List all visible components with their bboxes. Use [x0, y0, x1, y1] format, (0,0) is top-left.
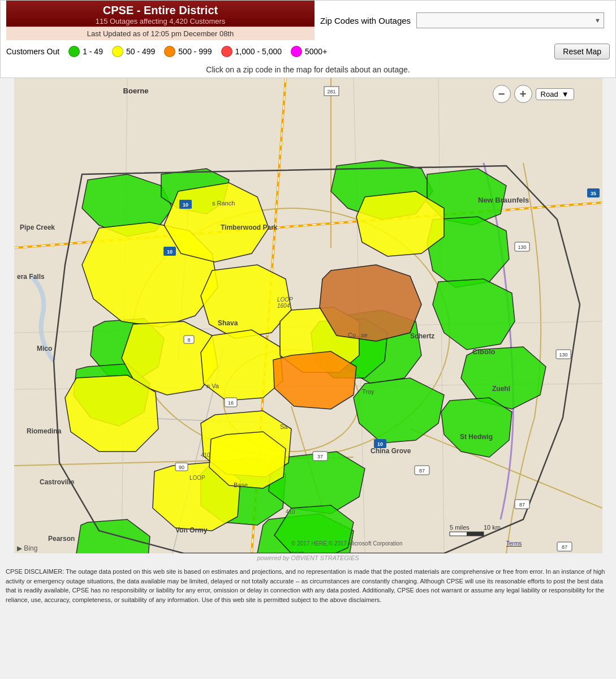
legend-text-2: 50 - 499 — [126, 47, 155, 56]
svg-text:Boerne: Boerne — [123, 87, 148, 95]
svg-marker-50 — [320, 265, 421, 341]
legend-text-1: 1 - 49 — [83, 47, 103, 56]
svg-text:n Va: n Va — [206, 383, 219, 389]
svg-text:Cibolo: Cibolo — [472, 347, 495, 356]
svg-text:1604: 1604 — [277, 303, 290, 309]
svg-text:Pearson: Pearson — [48, 535, 75, 543]
svg-text:Terms: Terms — [506, 540, 522, 547]
map-type-selector[interactable]: Road ▼ — [536, 88, 574, 100]
svg-text:Shava: Shava — [218, 319, 238, 327]
legend-item-1: 1 - 49 — [68, 46, 103, 57]
svg-text:87: 87 — [419, 468, 424, 474]
svg-text:Von Ormy: Von Ormy — [175, 526, 208, 534]
powered-by: powered by OBVIENT STRATEGIES — [0, 553, 616, 564]
updated-bar: Last Updated as of 12:05 pm December 08t… — [6, 27, 315, 40]
legend-text-4: 1,000 - 5,000 — [235, 47, 282, 56]
district-title: CPSE - Entire District — [6, 4, 315, 17]
map-controls: − + Road ▼ — [493, 85, 574, 103]
svg-text:Base: Base — [234, 482, 248, 488]
svg-text:Troy: Troy — [362, 388, 374, 395]
legend-label: Customers Out — [6, 47, 59, 56]
map-type-label: Road — [541, 90, 558, 98]
title-bar: CPSE - Entire District 115 Outages affec… — [6, 1, 315, 27]
svg-text:87: 87 — [519, 502, 524, 508]
svg-rect-120 — [467, 532, 484, 536]
svg-text:35: 35 — [590, 191, 596, 196]
svg-text:10: 10 — [166, 249, 172, 255]
svg-text:410: 410 — [201, 452, 210, 458]
header-section: CPSE - Entire District 115 Outages affec… — [0, 0, 616, 78]
legend-text-5: 5000+ — [305, 47, 327, 56]
zip-dropdown[interactable] — [416, 12, 604, 28]
svg-text:Pipe Creek: Pipe Creek — [20, 224, 55, 231]
svg-text:37: 37 — [317, 454, 322, 459]
legend-circle-magenta — [291, 46, 302, 57]
svg-text:Timberwood Park: Timberwood Park — [221, 224, 278, 231]
svg-text:10: 10 — [377, 441, 382, 447]
svg-text:ssim: ssim — [291, 549, 304, 553]
svg-text:16: 16 — [227, 400, 233, 406]
district-header: CPSE - Entire District 115 Outages affec… — [6, 1, 315, 40]
zoom-in-button[interactable]: + — [514, 85, 532, 103]
legend-circle-yellow — [112, 46, 123, 57]
svg-text:Castroville: Castroville — [40, 478, 75, 486]
svg-text:s Ranch: s Ranch — [212, 200, 235, 207]
svg-text:Riomedina: Riomedina — [27, 427, 62, 435]
zip-dropdown-label: Zip Codes with Outages — [320, 16, 411, 25]
legend-circle-red — [221, 46, 232, 57]
zip-dropdown-area: Zip Codes with Outages — [315, 8, 610, 33]
click-hint: Click on a zip code in the map for detai… — [1, 63, 615, 78]
svg-text:Mico: Mico — [37, 345, 52, 353]
svg-text:130: 130 — [518, 244, 526, 250]
svg-text:▶ Bing: ▶ Bing — [17, 544, 37, 552]
map-outer: 10 LOOP 1604 281 35 130 130 87 87 87 410… — [0, 78, 616, 553]
svg-text:130: 130 — [559, 352, 567, 358]
svg-marker-45 — [164, 183, 269, 262]
svg-text:87: 87 — [561, 544, 567, 550]
svg-text:90: 90 — [178, 465, 184, 470]
map-type-chevron-icon: ▼ — [562, 90, 569, 98]
legend-row: Customers Out 1 - 49 50 - 499 500 - 999 … — [1, 40, 615, 63]
svg-text:10 km: 10 km — [484, 524, 501, 531]
legend-item-2: 50 - 499 — [112, 46, 155, 57]
zip-dropdown-wrapper[interactable] — [416, 12, 604, 28]
reset-map-button[interactable]: Reset Map — [554, 44, 610, 59]
svg-text:era Falls: era Falls — [17, 273, 45, 281]
svg-text:Co...se: Co...se — [348, 332, 368, 338]
disclaimer: CPSE DISCLAIMER: The outage data posted … — [0, 564, 616, 608]
svg-marker-46 — [356, 191, 444, 256]
svg-text:10: 10 — [182, 202, 188, 208]
svg-text:5 miles: 5 miles — [450, 524, 469, 531]
svg-text:LOOP: LOOP — [189, 475, 205, 481]
legend-item-4: 1,000 - 5,000 — [221, 46, 282, 57]
top-row: CPSE - Entire District 115 Outages affec… — [1, 1, 615, 40]
svg-text:St Hedwig: St Hedwig — [460, 433, 493, 441]
outage-count: 115 Outages affecting 4,420 Customers — [6, 17, 315, 25]
svg-text:8: 8 — [187, 337, 190, 343]
legend-text-3: 500 - 999 — [178, 47, 212, 56]
legend-circle-orange — [164, 46, 175, 57]
svg-text:Sa: Sa — [280, 423, 288, 430]
svg-text:© 2017 HERE,© 2017 Microsoft C: © 2017 HERE,© 2017 Microsoft Corporation — [291, 540, 403, 547]
svg-text:410: 410 — [286, 509, 295, 515]
map-svg: 10 LOOP 1604 281 35 130 130 87 87 87 410… — [14, 78, 602, 553]
zoom-out-button[interactable]: − — [493, 85, 511, 103]
svg-text:Zuehl: Zuehl — [492, 385, 510, 393]
legend-item-3: 500 - 999 — [164, 46, 212, 57]
map-container[interactable]: 10 LOOP 1604 281 35 130 130 87 87 87 410… — [14, 78, 602, 553]
svg-text:Schertz: Schertz — [410, 332, 434, 340]
svg-text:LOOP: LOOP — [277, 296, 293, 303]
svg-text:New Braunfels: New Braunfels — [478, 196, 529, 204]
svg-text:China Grove: China Grove — [371, 447, 411, 455]
legend-circle-green — [68, 46, 80, 57]
svg-text:281: 281 — [327, 89, 335, 94]
legend-item-5: 5000+ — [291, 46, 327, 57]
